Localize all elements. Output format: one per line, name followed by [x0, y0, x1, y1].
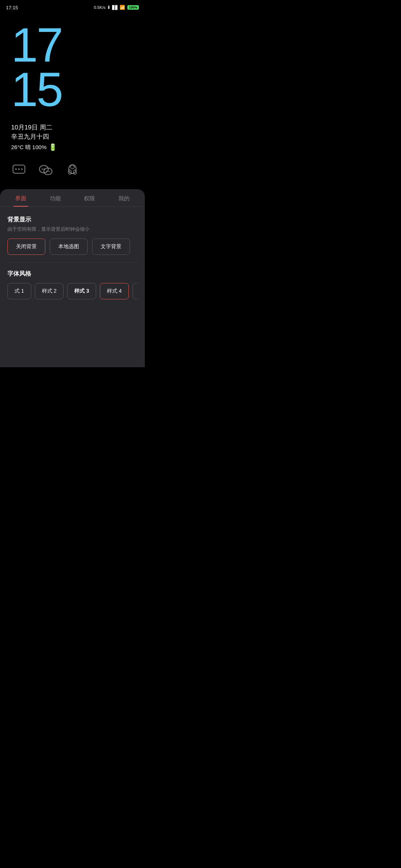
svg-point-5	[42, 168, 43, 170]
status-bar: 17:15 0.5K/s ⬇ ▊▊ 📶 100%	[0, 0, 145, 13]
date-line2: 辛丑九月十四	[11, 132, 134, 141]
svg-point-3	[21, 168, 23, 170]
background-title: 背景显示	[7, 216, 137, 224]
bluetooth-icon: ⬇	[107, 5, 111, 10]
clock-section: 17 15	[0, 13, 145, 117]
svg-point-10	[69, 165, 76, 174]
weather-line: 26°C 晴 100% 🔋	[11, 143, 134, 151]
background-buttons: 关闭背景 本地选图 文字背景	[7, 239, 137, 255]
btn-close-bg[interactable]: 关闭背景	[7, 239, 45, 255]
svg-point-8	[46, 171, 48, 172]
signal-icon: ▊▊	[112, 5, 118, 10]
date-section: 10月19日 周二 辛丑九月十四 26°C 晴 100% 🔋	[0, 117, 145, 155]
background-section: 背景显示 由于空间有限，显示背景后时钟会缩小 关闭背景 本地选图 文字背景	[7, 216, 137, 255]
tab-interface[interactable]: 界面	[4, 189, 38, 207]
tabs: 界面 功能 权限 我的	[0, 189, 145, 207]
status-time: 17:15	[6, 5, 18, 10]
app-icon-wechat[interactable]	[38, 162, 53, 178]
btn-style5[interactable]: 样式 5	[133, 283, 137, 299]
svg-point-11	[71, 165, 74, 169]
network-speed: 0.5K/s	[94, 5, 105, 10]
clock-minute: 15	[11, 65, 134, 114]
btn-text-bg[interactable]: 文字背景	[92, 239, 130, 255]
divider-1	[7, 262, 137, 263]
btn-style1[interactable]: 式 1	[7, 283, 31, 299]
font-section: 字体风格 式 1 样式 2 样式 3 样式 4 样式 5	[7, 270, 137, 301]
battery-widget-icon: 🔋	[49, 143, 57, 151]
app-icons-row	[0, 155, 145, 189]
wifi-icon: 📶	[120, 5, 125, 10]
svg-point-9	[49, 171, 50, 172]
tab-permission[interactable]: 权限	[72, 189, 107, 207]
app-icon-message[interactable]	[11, 162, 27, 178]
tab-mine[interactable]: 我的	[107, 189, 141, 207]
font-buttons: 式 1 样式 2 样式 3 样式 4 样式 5	[7, 283, 137, 301]
app-icon-qq[interactable]	[65, 162, 80, 178]
btn-style4[interactable]: 样式 4	[100, 283, 129, 299]
battery-icon: 100%	[127, 5, 139, 10]
status-icons: 0.5K/s ⬇ ▊▊ 📶 100%	[94, 5, 139, 10]
font-title: 字体风格	[7, 270, 137, 278]
svg-point-1	[15, 168, 17, 170]
tab-function[interactable]: 功能	[38, 189, 73, 207]
clock-hour: 17	[11, 21, 134, 69]
btn-style3[interactable]: 样式 3	[67, 283, 96, 299]
date-line1: 10月19日 周二	[11, 123, 134, 132]
weather-text: 26°C 晴 100%	[11, 144, 46, 151]
svg-point-2	[18, 168, 20, 170]
btn-local-img[interactable]: 本地选图	[50, 239, 88, 255]
bottom-panel: 界面 功能 权限 我的 背景显示 由于空间有限，显示背景后时钟会缩小 关闭背景 …	[0, 189, 145, 367]
panel-content: 背景显示 由于空间有限，显示背景后时钟会缩小 关闭背景 本地选图 文字背景 字体…	[0, 207, 145, 308]
btn-style2[interactable]: 样式 2	[35, 283, 64, 299]
background-subtitle: 由于空间有限，显示背景后时钟会缩小	[7, 226, 137, 233]
